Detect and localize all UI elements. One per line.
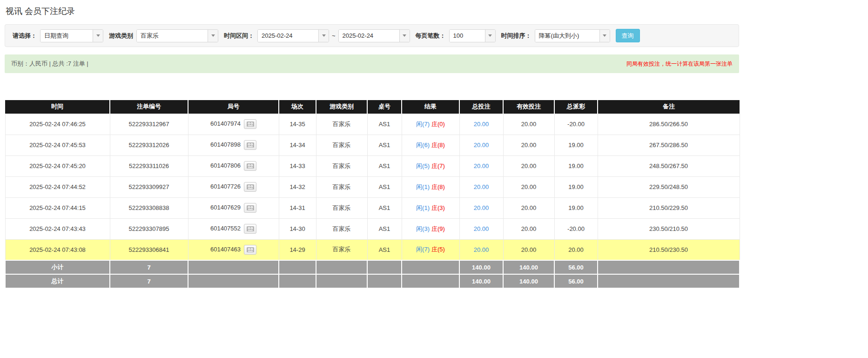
total-bet-link[interactable]: 20.00 <box>474 246 489 253</box>
summary-alert-text: 同局有效投注，统一计算在该局第一张注单 <box>626 60 733 68</box>
cell-round: 601407806 <box>188 155 279 176</box>
total-bet-link[interactable]: 20.00 <box>474 121 489 128</box>
cell-total-bet: 20.00 <box>459 176 503 197</box>
date-to-picker[interactable] <box>338 29 410 42</box>
cell-total-bet: 20.00 <box>459 239 503 260</box>
query-type-group: 请选择： <box>13 29 103 42</box>
video-replay-button[interactable] <box>244 119 256 129</box>
date-from-picker[interactable] <box>257 29 329 42</box>
cell-valid-bet: 20.00 <box>503 176 554 197</box>
page-size-dropdown-button[interactable] <box>485 30 495 42</box>
cell-bet-id: 522293306841 <box>110 239 188 260</box>
cell-table: AS1 <box>367 176 402 197</box>
chevron-down-icon <box>403 34 406 37</box>
game-type-input[interactable] <box>137 30 208 42</box>
result-banker: 庄(0) <box>431 121 445 128</box>
cell-total-bet: 20.00 <box>459 155 503 176</box>
cell-bet-id: 522293307895 <box>110 218 188 239</box>
sort-select[interactable] <box>535 29 610 42</box>
game-type-dropdown-button[interactable] <box>208 30 218 42</box>
summary-label: 小计 <box>5 260 110 274</box>
query-type-select[interactable] <box>40 29 103 42</box>
result-banker: 庄(8) <box>431 142 445 149</box>
date-from-input[interactable] <box>258 30 318 42</box>
query-type-dropdown-button[interactable] <box>93 30 103 42</box>
sort-input[interactable] <box>535 30 599 42</box>
summary-valid-bet: 140.00 <box>503 260 554 274</box>
table-header-row: 时间 注单编号 局号 场次 游戏类别 桌号 结果 总投注 有效投注 总派彩 备注 <box>5 100 740 114</box>
game-type-select[interactable] <box>136 29 218 42</box>
cell-total-bet: 20.00 <box>459 114 503 135</box>
table-row: 2025-02-24 07:44:52 522293309927 6014077… <box>5 176 740 197</box>
summary-empty-cell <box>598 274 740 288</box>
cell-remark: 267.50/286.50 <box>598 135 740 155</box>
query-type-input[interactable] <box>40 30 93 42</box>
video-replay-button[interactable] <box>244 224 256 234</box>
search-button[interactable]: 查询 <box>616 29 640 42</box>
cell-valid-bet: 20.00 <box>503 197 554 218</box>
table-row: 2025-02-24 07:43:43 522293307895 6014075… <box>5 218 740 239</box>
cell-payout: 19.00 <box>554 155 598 176</box>
cell-round: 601407552 <box>188 218 279 239</box>
total-bet-link[interactable]: 20.00 <box>474 225 489 232</box>
date-to-dropdown-button[interactable] <box>399 30 410 42</box>
page-title: 视讯 会员下注纪录 <box>6 6 739 17</box>
video-replay-button[interactable] <box>244 161 256 171</box>
page-size-input[interactable] <box>450 30 485 42</box>
result-player: 闲(1) <box>416 183 430 190</box>
round-number: 601407806 <box>210 162 241 169</box>
date-from-dropdown-button[interactable] <box>318 30 329 42</box>
col-header-result: 结果 <box>402 100 459 114</box>
date-to-input[interactable] <box>339 30 399 42</box>
cell-bet-id: 522293312026 <box>110 135 188 155</box>
video-replay-button[interactable] <box>244 182 256 192</box>
video-replay-button[interactable] <box>244 203 256 213</box>
cell-game: 百家乐 <box>316 155 367 176</box>
cell-payout: -20.00 <box>554 218 598 239</box>
col-header-session: 场次 <box>279 100 316 114</box>
video-replay-button[interactable] <box>244 245 256 255</box>
game-type-label: 游戏类别 <box>109 32 133 40</box>
total-bet-link[interactable]: 20.00 <box>474 142 489 149</box>
chevron-down-icon <box>603 34 606 37</box>
cell-total-bet: 20.00 <box>459 197 503 218</box>
total-bet-link[interactable]: 20.00 <box>474 183 489 190</box>
cell-remark: 230.50/210.50 <box>598 218 740 239</box>
table-row: 2025-02-24 07:44:15 522293308838 6014076… <box>5 197 740 218</box>
date-range-label: 时间区间： <box>224 32 254 40</box>
chevron-down-icon <box>322 34 326 37</box>
cell-table: AS1 <box>367 114 402 135</box>
film-icon <box>247 163 254 169</box>
total-bet-link[interactable]: 20.00 <box>474 204 489 211</box>
cell-table: AS1 <box>367 218 402 239</box>
page-size-label: 每页笔数： <box>416 32 446 40</box>
cell-remark: 210.50/230.50 <box>598 239 740 260</box>
summary-empty-cell <box>188 260 279 274</box>
result-banker: 庄(3) <box>431 204 445 211</box>
sort-dropdown-button[interactable] <box>599 30 610 42</box>
film-icon <box>247 121 254 127</box>
date-range-separator: ~ <box>332 32 336 39</box>
summary-empty-cell <box>598 260 740 274</box>
cell-payout: 19.00 <box>554 135 598 155</box>
total-bet-link[interactable]: 20.00 <box>474 162 489 169</box>
cell-bet-id: 522293308838 <box>110 197 188 218</box>
cell-result: 闲(1)庄(8) <box>402 176 459 197</box>
cell-remark: 248.50/267.50 <box>598 155 740 176</box>
cell-valid-bet: 20.00 <box>503 155 554 176</box>
cell-round: 601407726 <box>188 176 279 197</box>
cell-time: 2025-02-24 07:44:52 <box>5 176 110 197</box>
cell-round: 601407629 <box>188 197 279 218</box>
film-icon <box>247 226 254 232</box>
result-player: 闲(7) <box>416 246 430 253</box>
col-header-round: 局号 <box>188 100 279 114</box>
round-number: 601407974 <box>210 120 241 127</box>
cell-total-bet: 20.00 <box>459 218 503 239</box>
cell-payout: 19.00 <box>554 176 598 197</box>
summary-total-bet: 140.00 <box>459 274 503 288</box>
film-icon <box>247 142 254 148</box>
cell-valid-bet: 20.00 <box>503 114 554 135</box>
page-size-select[interactable] <box>449 29 496 42</box>
cell-time: 2025-02-24 07:46:25 <box>5 114 110 135</box>
video-replay-button[interactable] <box>244 140 256 150</box>
